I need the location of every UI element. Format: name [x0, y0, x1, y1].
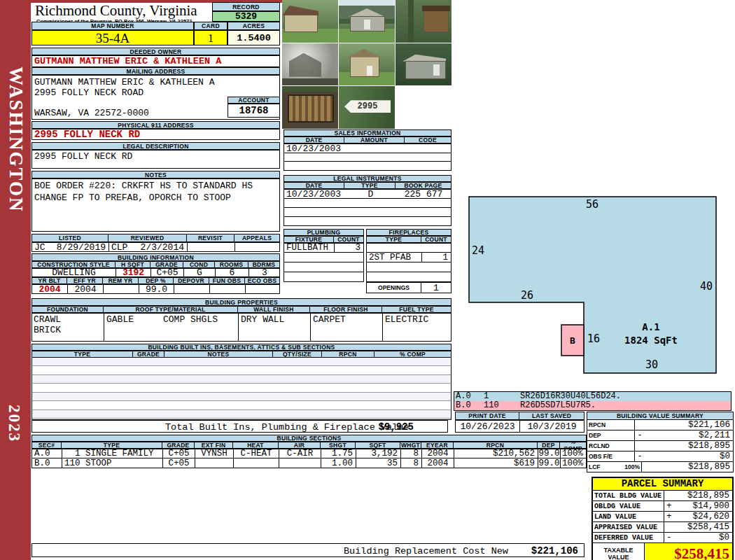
account-value: 18768 — [227, 104, 280, 118]
vs-op-rpcn — [635, 420, 645, 430]
plumbing-count-header: COUNT — [334, 236, 364, 243]
sketch-vector-list: A.0 1 SR26D16R30U40L56D24. B.0 110 R26D5… — [454, 391, 732, 411]
type-a: 1 SINGLE FAMILY — [62, 449, 163, 458]
total-built-ins-label: Total Built Ins, Plumbing & Fireplace Va… — [165, 422, 409, 433]
vs-pct-lcf: 100% — [615, 462, 642, 472]
li-row-1: 10/23/2003 D 225 677 — [284, 189, 451, 199]
extfin-header: EXT FIN — [195, 442, 233, 449]
sqft-b: 35 — [356, 458, 401, 468]
li-row-2 — [284, 199, 451, 208]
total-built-ins-value: $9,925 — [379, 421, 414, 433]
vs-label-rclnd: RCLND — [587, 441, 635, 451]
grade-a: C+05 — [163, 449, 195, 458]
map-number-value: 35-4A — [31, 30, 194, 46]
ps-value-land: $24,620 — [692, 512, 729, 522]
total-built-ins-row: Total Built Ins, Plumbing & Fireplace Va… — [31, 420, 448, 433]
vs-label-lcf: LCF — [587, 462, 615, 472]
dim-right: 40 — [700, 280, 713, 293]
remyr-value — [104, 285, 139, 293]
sales-row-3 — [284, 162, 451, 171]
replacement-cost-value: $221,106 — [531, 545, 578, 556]
foundation-line1: CRAWL — [34, 314, 61, 325]
comp-a: 100% — [561, 449, 586, 458]
appeals-value — [235, 243, 280, 251]
print-date-header: PRINT DATE — [455, 412, 519, 420]
depovr-value — [174, 285, 210, 293]
photo-address-sign: 2995 — [339, 86, 395, 129]
bi-grade-header: GRADE — [133, 351, 164, 358]
sales-row-2 — [284, 153, 451, 162]
plumbing-row-4 — [284, 272, 364, 282]
vs-value-rclnd: $218,895 — [645, 441, 733, 451]
photo-metal-garage — [339, 0, 395, 43]
ecoobs-value — [246, 285, 279, 293]
dep-pct-value: 99.0 — [139, 285, 174, 293]
remyr-header: REM YR — [103, 277, 139, 284]
sketch-vector-row-b: B.0 110 R26D5SD7L5U7R5. — [454, 401, 731, 410]
map-number-header: MAP NUMBER — [31, 22, 194, 30]
bi-rpcn-header: RPCN — [322, 351, 374, 358]
grade-b: C+05 — [163, 458, 195, 468]
vs-label-obs: OBS F/E — [587, 451, 635, 461]
reviewed-date: 2/3/2014 — [141, 243, 184, 251]
building-properties-header: BUILDING PROPERTIES — [31, 298, 451, 306]
li-bookpage-1: 225 677 — [396, 190, 451, 198]
fireplace-count-2: 1 — [422, 253, 451, 262]
cond-value: G — [184, 269, 216, 276]
ps-value-obldg: $14,900 — [692, 501, 729, 511]
building-sketch: 56 24 40 26 16 30 B A.1 1824 SqFt — [455, 191, 729, 382]
grade-header: GRADE — [150, 261, 183, 268]
wall-finish-value: DRY WALL — [239, 314, 311, 341]
eyear-a: 2004 — [422, 449, 454, 458]
funobs-header: FUN OBS — [209, 277, 245, 284]
building-section-row-b: B.0 110 STOOP C+05 1.00 35 8 2004 $619 9… — [31, 458, 587, 468]
li-bookpage-header: BOOK PAGE — [396, 182, 451, 189]
dep-pct-header: DEP % — [139, 277, 174, 284]
air-b — [279, 458, 321, 468]
acres-header: ACRES — [227, 22, 280, 30]
rooms-header: ROOMS — [215, 261, 248, 268]
vs-op-rclnd — [635, 441, 645, 451]
bi-notes-header: NOTES — [164, 351, 273, 358]
extfin-a: VYNSH — [195, 449, 234, 458]
ps-label-bldg: TOTAL BLDG VALUE — [593, 491, 664, 500]
ps-label-deferred: DEFERRED VALUE — [593, 533, 664, 542]
fireplace-row-2: 2ST PFAB 1 — [366, 253, 451, 262]
heat-a: C-HEAT — [234, 449, 279, 458]
section-a-size: 1824 SqFt — [624, 335, 678, 346]
record-header: RECORD — [212, 2, 280, 11]
sqft-a: 3,192 — [356, 449, 401, 458]
appeals-header: APPEALS — [234, 234, 280, 242]
notes-box: BOE ORDER #220: CRKFRT HS TO STANDARD HS… — [31, 178, 280, 232]
fireplace-row-1 — [366, 243, 451, 253]
building-information-header: BUILDING INFORMATION — [31, 253, 280, 261]
bi-qty-header: QTY/SIZE — [273, 351, 322, 358]
rooms-value: 6 — [216, 269, 249, 276]
roof-type-value: GABLE — [106, 314, 134, 325]
building-value-summary-header: BUILDING VALUE SUMMARY — [587, 412, 734, 420]
plumbing-row-3 — [284, 262, 364, 272]
construction-style-value: DWELLING — [32, 269, 116, 276]
fixture-header: FIXTURE — [284, 236, 334, 243]
deeded-owner-header: DEEDED OWNER — [31, 48, 280, 55]
vs-value-obs: $0 — [645, 451, 733, 461]
fireplace-row-3 — [366, 262, 451, 272]
li-row-4 — [284, 217, 451, 226]
air-header: AIR — [279, 442, 321, 449]
eyear-header: EYEAR — [421, 442, 454, 449]
mailing-line-1: GUTMANN MATTHEW ERIC & KATHLEEN A — [32, 76, 279, 88]
plumbing-header: PLUMBING — [284, 229, 364, 236]
building-sections-header: BUILDING SECTIONS — [31, 435, 587, 442]
building-properties-values: CRAWL BRICK GABLE COMP SHGLS DRY WALL CA… — [31, 313, 451, 342]
bi-comp-header: % COMP — [374, 351, 451, 358]
bs-dep-header: DEP — [538, 442, 560, 449]
heat-b — [234, 458, 279, 468]
li-date-header: DATE — [284, 182, 344, 189]
heat-header: HEAT — [233, 442, 279, 449]
depovr-header: DEPOVR — [174, 277, 209, 284]
ecoobs-header: ECO OBS — [245, 277, 280, 284]
legal-description-value: 2995 FOLLY NECK RD — [31, 150, 280, 169]
bs-grade-header: GRADE — [162, 442, 195, 449]
ps-op-obldg: + — [666, 501, 672, 511]
funobs-value — [210, 285, 246, 293]
